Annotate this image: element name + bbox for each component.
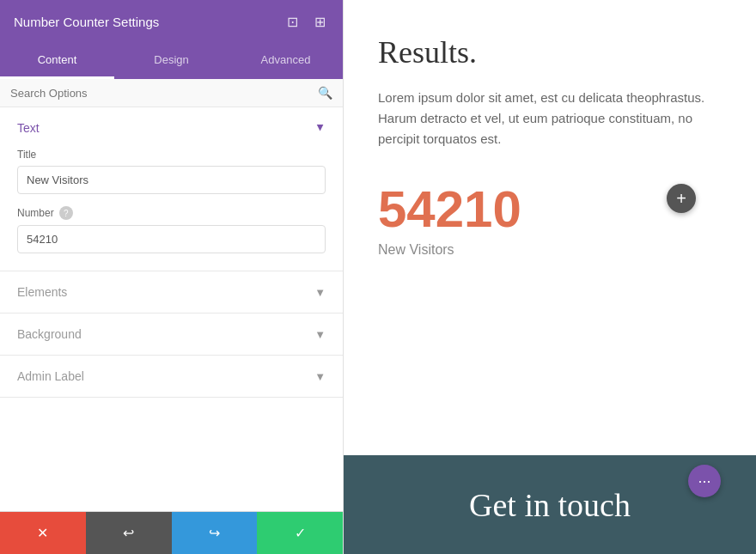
dark-section: Get in touch ··· — [344, 455, 756, 554]
tab-design[interactable]: Design — [114, 43, 229, 79]
chevron-up-icon: ▲ — [314, 122, 326, 135]
section-background-title: Background — [17, 327, 82, 341]
counter-number: 54210 — [378, 184, 521, 235]
section-admin-label-title: Admin Label — [17, 369, 84, 383]
tab-bar: Content Design Advanced — [0, 43, 343, 79]
search-bar: 🔍 — [0, 79, 343, 107]
preview-panel: Results. Lorem ipsum dolor sit amet, est… — [344, 0, 756, 554]
panel-content: Text ▲ Title Number ? — [0, 107, 343, 511]
field-group-number: Number ? — [17, 206, 326, 253]
section-admin-label: Admin Label ▼ — [0, 356, 343, 398]
bottom-toolbar: ✕ ↩ ↪ ✓ — [0, 511, 343, 554]
chevron-down-icon-2: ▼ — [314, 328, 326, 341]
section-text-header[interactable]: Text ▲ — [0, 107, 343, 149]
help-icon[interactable]: ? — [59, 206, 73, 220]
section-text-title: Text — [17, 121, 40, 135]
preview-content: Results. Lorem ipsum dolor sit amet, est… — [344, 0, 756, 455]
number-input[interactable] — [17, 225, 326, 253]
redo-button[interactable]: ↪ — [172, 512, 258, 554]
section-elements: Elements ▼ — [0, 271, 343, 314]
search-input[interactable] — [10, 87, 318, 100]
section-elements-header[interactable]: Elements ▼ — [0, 271, 343, 313]
tab-content[interactable]: Content — [0, 43, 114, 79]
add-button[interactable]: + — [667, 184, 696, 213]
header-icons: ⊡ ⊞ — [283, 12, 329, 31]
save-button[interactable]: ✓ — [257, 512, 343, 554]
counter-area: 54210 New Visitors + — [378, 184, 722, 258]
settings-panel: Number Counter Settings ⊡ ⊞ Content Desi… — [0, 0, 344, 554]
section-admin-label-header[interactable]: Admin Label ▼ — [0, 356, 343, 397]
options-button[interactable]: ··· — [688, 465, 721, 497]
results-title: Results. — [378, 34, 722, 70]
chevron-down-icon-3: ▼ — [314, 370, 326, 383]
panel-title: Number Counter Settings — [14, 15, 159, 29]
grid-icon[interactable]: ⊞ — [310, 12, 329, 31]
field-group-title: Title — [17, 149, 326, 194]
section-elements-title: Elements — [17, 285, 67, 299]
cancel-button[interactable]: ✕ — [0, 512, 86, 554]
search-icon[interactable]: 🔍 — [318, 86, 332, 100]
dark-section-title: Get in touch — [469, 486, 631, 524]
section-text: Text ▲ Title Number ? — [0, 107, 343, 271]
section-background: Background ▼ — [0, 314, 343, 356]
section-text-body: Title Number ? — [0, 149, 343, 271]
preview-body-text: Lorem ipsum dolor sit amet, est cu delic… — [378, 88, 722, 149]
tab-advanced[interactable]: Advanced — [229, 43, 343, 79]
section-background-header[interactable]: Background ▼ — [0, 314, 343, 355]
panel-header: Number Counter Settings ⊡ ⊞ — [0, 0, 343, 43]
title-label: Title — [17, 149, 326, 161]
chevron-down-icon: ▼ — [314, 286, 326, 299]
expand-icon[interactable]: ⊡ — [283, 12, 302, 31]
undo-button[interactable]: ↩ — [86, 512, 172, 554]
counter-label: New Visitors — [378, 242, 454, 258]
number-label: Number ? — [17, 206, 326, 220]
title-input[interactable] — [17, 166, 326, 194]
